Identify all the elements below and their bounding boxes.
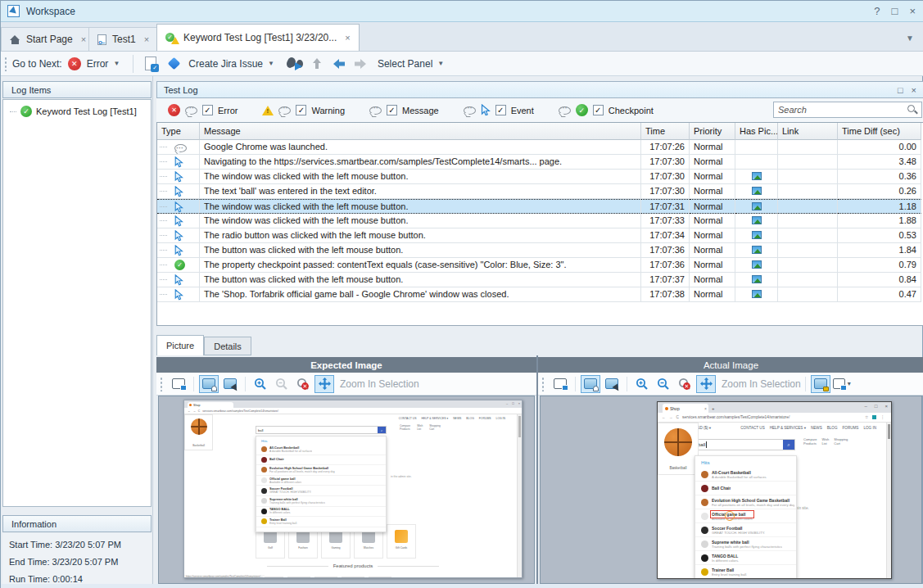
zoom-out-button[interactable] [272, 375, 292, 393]
search-box [773, 102, 922, 118]
picture-icon [752, 187, 762, 195]
tab-list-chevron-icon[interactable]: ▼ [906, 34, 914, 43]
save-picture-button[interactable] [169, 375, 188, 393]
tab-keyword-test-log[interactable]: ✓ Keyword Test Log [Test1] 3/23/20... × [156, 24, 360, 51]
pan-mode-button[interactable] [581, 375, 600, 393]
table-row[interactable]: ✓ Google Chrome was launched. 17:07:26 N… [157, 140, 923, 155]
log-filter[interactable]: ✕ ✓ ✓ Message [369, 105, 439, 115]
tree-connector [160, 176, 167, 177]
zoom-in-button[interactable] [632, 375, 652, 393]
table-row[interactable]: ✓ Navigating to the https://services.sma… [157, 155, 923, 170]
lock-picture-button[interactable] [811, 375, 830, 393]
table-row[interactable]: ✓ The button was clicked with the left m… [157, 243, 923, 258]
column-header[interactable]: Message [200, 123, 641, 140]
zoom-in-button[interactable] [251, 375, 270, 393]
panel-maximize-icon[interactable]: □ [898, 85, 903, 95]
table-row[interactable]: ✓ The window was clicked with the left m… [157, 214, 923, 228]
column-header[interactable]: Priority [690, 123, 735, 140]
event-icon [174, 215, 183, 227]
zoom-reset-button[interactable]: ✕ [293, 375, 313, 393]
table-row[interactable]: ✓ The 'Shop. Torfabrik official game bal… [157, 287, 923, 302]
zoom-reset-button[interactable]: ✕ [675, 375, 695, 393]
up-arrow-icon[interactable] [310, 57, 325, 70]
tab-test1[interactable]: Test1 × [88, 27, 158, 51]
tab-details[interactable]: Details [204, 337, 251, 355]
tree-connector [160, 235, 167, 236]
table-row[interactable]: ✓ The button was clicked with the left m… [157, 273, 923, 287]
event-icon [481, 104, 491, 116]
jira-dropdown-icon[interactable]: ▼ [268, 60, 274, 67]
home-icon [10, 35, 20, 44]
search-icon[interactable] [907, 104, 918, 115]
table-row[interactable]: ✓ The text 'ball' was entered in the tex… [157, 184, 923, 199]
help-button[interactable]: ? [874, 5, 880, 17]
has-picture-cell [735, 170, 778, 184]
product-card: Basketball [658, 423, 699, 475]
select-mode-button[interactable] [220, 375, 240, 393]
type-cell: ✓ [157, 199, 200, 214]
time-diff-cell: 0.79 [838, 258, 921, 273]
log-filter[interactable]: ✕ ✓ ✓ Warning [262, 105, 345, 115]
toolbar-grip[interactable] [541, 377, 545, 391]
column-header[interactable]: Type [157, 123, 200, 140]
toolbar-grip[interactable] [160, 377, 163, 391]
pan-mode-button[interactable] [199, 375, 219, 393]
tab-close-icon[interactable]: × [144, 34, 149, 44]
create-jira-issue-button[interactable]: Create Jira Issue [188, 58, 263, 70]
select-mode-button[interactable] [602, 375, 622, 393]
expected-image-canvas[interactable]: Shop –□× ←→Cservices.smartbear.com/sampl… [158, 396, 535, 584]
save-picture-button[interactable] [550, 375, 570, 393]
maximize-button[interactable]: □ [892, 5, 898, 17]
table-row[interactable]: ✓ The radio button was clicked with the … [157, 228, 923, 243]
zoom-selection-button[interactable] [314, 375, 334, 393]
back-arrow-icon[interactable] [332, 57, 346, 70]
column-header[interactable]: Time [641, 123, 690, 140]
panel-close-icon[interactable]: × [912, 85, 916, 95]
tab-start-page[interactable]: Start Page × [1, 27, 95, 51]
message-cell: The radio button was clicked with the le… [200, 228, 641, 243]
picture-options-button[interactable]: ▾ [832, 375, 852, 393]
shop-search-button: ⌕ [378, 427, 386, 433]
shop-search-input: ball⌕ [256, 426, 387, 434]
log-filter[interactable]: ✕ ✓ ✓ Checkpoint [559, 104, 654, 116]
message-icon [278, 106, 291, 115]
search-hits-dropdown: Hits All-Court BasketballA durable Baske… [695, 455, 797, 579]
forward-arrow-icon[interactable] [353, 57, 368, 70]
filter-checkbox[interactable]: ✓ [202, 105, 213, 115]
results-doc-icon[interactable] [145, 57, 156, 70]
log-items-tree-item[interactable]: ✓ Keyword Test Log [Test1] [3, 100, 151, 117]
link-cell [778, 214, 838, 228]
toolbar-grip[interactable] [4, 57, 7, 71]
type-cell: ✓ [157, 214, 200, 228]
column-header[interactable]: Time Diff (sec) [838, 123, 921, 140]
search-hits-dropdown: Hits All-Court BasketballA durable Baske… [256, 436, 387, 532]
tree-connector [160, 220, 167, 221]
log-filter[interactable]: ✕ ✓ ✓ Error [168, 104, 238, 116]
go-to-next-error-button[interactable]: Error [87, 58, 109, 70]
actual-image-title: Actual Image [538, 357, 923, 373]
column-header[interactable]: Link [778, 123, 838, 140]
error-dropdown-icon[interactable]: ▼ [113, 60, 120, 67]
tab-close-icon[interactable]: × [345, 33, 350, 43]
tab-close-icon[interactable]: × [81, 34, 86, 44]
actual-image-canvas[interactable]: Shop× + –□× ←→C services.smartbear.com/s… [540, 396, 922, 584]
table-row[interactable]: ✓ The window was clicked with the left m… [157, 199, 923, 214]
zoom-out-button[interactable] [654, 375, 673, 393]
table-row[interactable]: ✓ The property checkpoint passed: conten… [157, 258, 923, 273]
filter-checkbox[interactable]: ✓ [387, 105, 397, 115]
tab-picture[interactable]: Picture [156, 335, 204, 355]
debug-bug-icon[interactable] [286, 57, 302, 71]
table-row[interactable]: ✓ The window was clicked with the left m… [157, 170, 923, 184]
time-diff-cell: 0.53 [838, 228, 921, 243]
close-button[interactable]: × [909, 5, 916, 17]
category-label: Gaming [322, 546, 350, 550]
filter-checkbox[interactable]: ✓ [593, 105, 604, 115]
log-filter[interactable]: ✕ ✓ ✓ Event [464, 104, 534, 116]
select-panel-button[interactable]: Select Panel [378, 58, 432, 70]
zoom-selection-button[interactable] [696, 375, 716, 393]
filter-checkbox[interactable]: ✓ [296, 105, 306, 115]
filter-checkbox[interactable]: ✓ [495, 105, 506, 115]
search-input[interactable] [774, 105, 907, 115]
column-header[interactable]: Has Pic... [735, 123, 778, 140]
select-panel-dropdown-icon[interactable]: ▼ [437, 60, 444, 67]
